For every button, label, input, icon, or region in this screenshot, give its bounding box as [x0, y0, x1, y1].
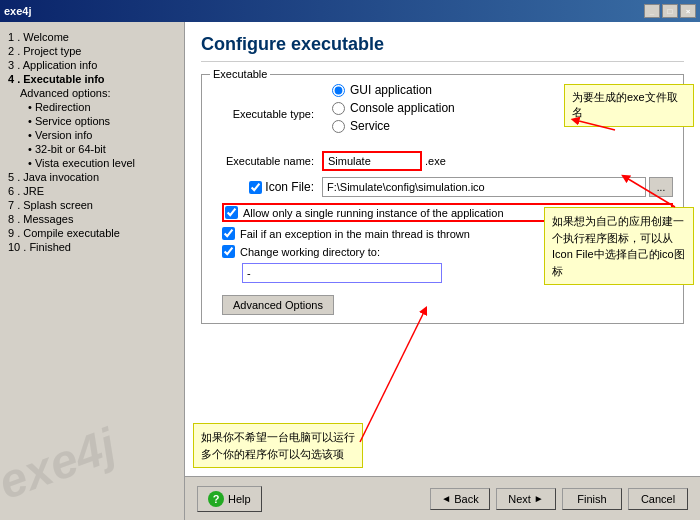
icon-file-input[interactable] [322, 177, 646, 197]
finish-button[interactable]: Finish [562, 488, 622, 510]
radio-console: Console application [322, 101, 455, 115]
sidebar-item-jre[interactable]: 6 . JRE [6, 184, 178, 198]
sidebar: 1 . Welcome 2 . Project type 3 . Applica… [0, 22, 185, 520]
exe-suffix: .exe [425, 155, 446, 167]
working-dir-checkbox[interactable] [222, 245, 235, 258]
next-button[interactable]: Next ► [496, 488, 556, 510]
close-button[interactable]: × [680, 4, 696, 18]
help-icon: ? [208, 491, 224, 507]
radio-group: GUI application Console application Serv… [322, 83, 455, 137]
bottom-left: ? Help [197, 486, 262, 512]
single-instance-checkbox[interactable] [225, 206, 238, 219]
sidebar-item-vista[interactable]: • Vista execution level [6, 156, 178, 170]
bottom-right: ◄ Back Next ► Finish Cancel [430, 488, 688, 510]
radio-service-input[interactable] [332, 120, 345, 133]
browse-button[interactable]: ... [649, 177, 673, 197]
cancel-button[interactable]: Cancel [628, 488, 688, 510]
sidebar-item-version-info[interactable]: • Version info [6, 128, 178, 142]
sidebar-item-32-64[interactable]: • 32-bit or 64-bit [6, 142, 178, 156]
minimize-button[interactable]: _ [644, 4, 660, 18]
sidebar-advanced-options-label: Advanced options: [6, 86, 178, 100]
icon-file-row: Icon File: ... [212, 177, 673, 197]
sidebar-item-executable-info[interactable]: 4 . Executable info [6, 72, 178, 86]
sidebar-item-welcome[interactable]: 1 . Welcome [6, 30, 178, 44]
sidebar-item-redirection[interactable]: • Redirection [6, 100, 178, 114]
fail-exception-label: Fail if an exception in the main thread … [240, 228, 470, 240]
executable-name-input[interactable] [322, 151, 422, 171]
page-title: Configure executable [201, 34, 684, 62]
sidebar-item-messages[interactable]: 8 . Messages [6, 212, 178, 226]
single-instance-label: Allow only a single running instance of … [243, 207, 504, 219]
radio-console-input[interactable] [332, 102, 345, 115]
help-label: Help [228, 493, 251, 505]
executable-name-row: Executable name: .exe [212, 151, 673, 171]
tooltip-icon-file: 如果想为自己的应用创建一个执行程序图标，可以从Icon File中选择自己的ic… [544, 207, 694, 285]
fail-exception-checkbox[interactable] [222, 227, 235, 240]
window-controls: _ □ × [644, 4, 696, 18]
icon-file-label: Icon File: [265, 180, 314, 194]
radio-console-label: Console application [350, 101, 455, 115]
executable-type-label: Executable type: [212, 108, 322, 120]
group-box-label: Executable [210, 68, 270, 80]
back-arrow-icon: ◄ [441, 493, 451, 504]
window-title: exe4j [4, 5, 32, 17]
cancel-label: Cancel [641, 493, 675, 505]
radio-gui: GUI application [322, 83, 455, 97]
bottom-bar: ? Help ◄ Back Next ► Finish Cancel [185, 476, 700, 520]
sidebar-watermark: exe4j [0, 417, 123, 510]
help-button[interactable]: ? Help [197, 486, 262, 512]
tooltip-exe-name: 为要生成的exe文件取名 [564, 84, 694, 127]
back-label: Back [454, 493, 478, 505]
advanced-options-button[interactable]: Advanced Options [222, 295, 334, 315]
content-area: Configure executable Executable Executab… [185, 22, 700, 520]
next-arrow-icon: ► [534, 493, 544, 504]
sidebar-item-project-type[interactable]: 2 . Project type [6, 44, 178, 58]
working-dir-label: Change working directory to: [240, 246, 380, 258]
radio-gui-label: GUI application [350, 83, 432, 97]
radio-service: Service [322, 119, 455, 133]
sidebar-item-splash[interactable]: 7 . Splash screen [6, 198, 178, 212]
sidebar-item-compile[interactable]: 9 . Compile executable [6, 226, 178, 240]
advanced-btn-container: Advanced Options [212, 289, 673, 315]
tooltip-icon-file-text: 如果想为自己的应用创建一个执行程序图标，可以从Icon File中选择自己的ic… [552, 215, 685, 277]
svg-line-2 [360, 310, 425, 442]
next-label: Next [508, 493, 531, 505]
working-dir-input[interactable] [242, 263, 442, 283]
maximize-button[interactable]: □ [662, 4, 678, 18]
callout-text: 如果你不希望一台电脑可以运行多个你的程序你可以勾选该项 [201, 431, 355, 460]
executable-name-label: Executable name: [212, 155, 322, 167]
callout-box: 如果你不希望一台电脑可以运行多个你的程序你可以勾选该项 [193, 423, 363, 468]
tooltip-exe-name-text: 为要生成的exe文件取名 [572, 91, 678, 118]
sidebar-item-service-options[interactable]: • Service options [6, 114, 178, 128]
sidebar-item-app-info[interactable]: 3 . Application info [6, 58, 178, 72]
title-bar: exe4j _ □ × [0, 0, 700, 22]
sidebar-item-finished[interactable]: 10 . Finished [6, 240, 178, 254]
finish-label: Finish [577, 493, 606, 505]
radio-gui-input[interactable] [332, 84, 345, 97]
main-container: 1 . Welcome 2 . Project type 3 . Applica… [0, 22, 700, 520]
icon-file-checkbox[interactable] [249, 181, 262, 194]
back-button[interactable]: ◄ Back [430, 488, 490, 510]
radio-service-label: Service [350, 119, 390, 133]
sidebar-item-java[interactable]: 5 . Java invocation [6, 170, 178, 184]
